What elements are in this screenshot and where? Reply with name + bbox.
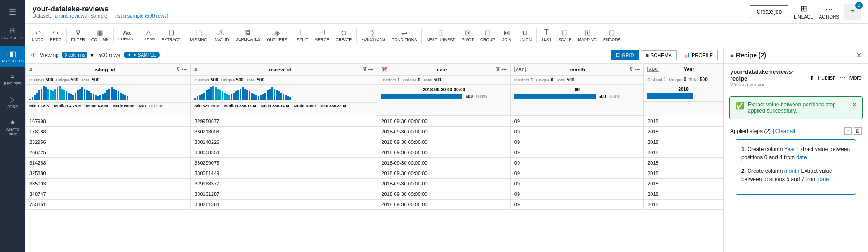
union-button[interactable]: ⊔ UNION [516, 27, 534, 44]
filter-col-icon[interactable]: ⊽ [176, 67, 180, 72]
data-cell[interactable]: 2018-09-30 00:00:00 [377, 179, 510, 189]
conditions-button[interactable]: ⇌ CONDITIONS [389, 27, 420, 44]
histogram-bar[interactable] [32, 97, 33, 100]
histogram-bar[interactable] [124, 95, 126, 100]
histogram-bar[interactable] [276, 90, 278, 100]
histogram-bar[interactable] [97, 96, 99, 100]
data-cell[interactable]: 329968377 [191, 179, 377, 189]
col-menu-review-icon[interactable]: ••• [368, 67, 374, 72]
histogram-bar[interactable] [244, 89, 246, 100]
col-histogram-review-id[interactable] [191, 85, 377, 103]
data-cell[interactable]: 2018-09-30 00:00:00 [377, 127, 510, 137]
histogram-bar[interactable] [285, 95, 287, 100]
histogram-bar[interactable] [52, 91, 54, 100]
encode-button[interactable]: ⊡ ENCODE [600, 27, 623, 44]
histogram-bar[interactable] [283, 94, 284, 100]
data-cell[interactable]: 330081449 [191, 168, 377, 179]
histogram-bar[interactable] [127, 96, 128, 100]
col-histogram-listing-id[interactable] [26, 85, 190, 103]
histogram-bar[interactable] [224, 93, 226, 100]
data-cell[interactable]: 09 [510, 116, 643, 127]
histogram-bar[interactable] [208, 89, 210, 100]
histogram-bar[interactable] [79, 89, 81, 100]
grid-view-button[interactable]: ⊞ GRID [611, 50, 639, 60]
histogram-bar[interactable] [212, 86, 214, 100]
histogram-bar[interactable] [226, 94, 228, 100]
histogram-bar[interactable] [38, 90, 40, 100]
sidebar-item-datasets[interactable]: ⊞ DATASETS [0, 23, 25, 44]
sidebar-item-projects[interactable]: ◧ PROJECTS [0, 46, 25, 67]
hamburger-menu[interactable]: ☰ [0, 4, 25, 21]
duplicates-button[interactable]: ⧉ DUPLICATES [233, 27, 264, 43]
histogram-bar[interactable] [197, 96, 198, 100]
clean-button[interactable]: A̲ CLEAN [139, 28, 158, 43]
histogram-bar[interactable] [61, 89, 63, 100]
histogram-bar[interactable] [118, 91, 119, 100]
missing-button[interactable]: ⬚ MISSING [187, 27, 210, 44]
steps-grid-icon[interactable]: ⊞ [854, 127, 862, 135]
data-cell[interactable]: 330131287 [191, 189, 377, 200]
data-cell[interactable]: 232956 [26, 137, 191, 147]
histogram-bar[interactable] [249, 91, 250, 100]
format-button[interactable]: Aa FORMAT [116, 28, 138, 43]
data-cell[interactable]: 335003 [26, 179, 191, 189]
histogram-bar[interactable] [86, 90, 88, 100]
sidebar-item-recipes[interactable]: ≡ RECIPES [0, 69, 25, 90]
data-cell[interactable]: 09 [510, 168, 643, 179]
column-button[interactable]: ▦ COLUMN [89, 27, 112, 44]
data-cell[interactable]: 314288 [26, 158, 191, 168]
data-cell[interactable]: 266725 [26, 147, 191, 158]
histogram-bar[interactable] [57, 87, 58, 100]
data-cell[interactable]: 2018 [644, 116, 723, 127]
data-cell[interactable]: 330213008 [191, 127, 377, 137]
histogram-bar[interactable] [43, 86, 45, 100]
histogram-bar[interactable] [258, 96, 259, 100]
histogram-bar[interactable] [206, 90, 208, 100]
actions-action[interactable]: ⋯ ACTIONS [819, 4, 839, 19]
histogram-bar[interactable] [228, 95, 230, 100]
histogram-bar[interactable] [72, 95, 74, 100]
histogram-bar[interactable] [271, 87, 273, 100]
data-cell[interactable]: 09 [510, 137, 643, 147]
data-cell[interactable]: 167998 [26, 116, 191, 127]
data-cell[interactable]: 09 [510, 127, 643, 137]
data-table-wrapper[interactable]: # listing_id ⊽ ••• Distinct 500 [25, 63, 723, 252]
histogram-bar[interactable] [269, 89, 271, 100]
histogram-bar[interactable] [264, 93, 266, 100]
histogram-bar[interactable] [262, 94, 264, 100]
filter-col-review-icon[interactable]: ⊽ [363, 67, 367, 72]
nest-unnest-button[interactable]: ⊞ NEST-UNNEST [424, 27, 458, 44]
split-button[interactable]: ⊢ SPLIT [294, 27, 311, 44]
histogram-bar[interactable] [199, 95, 201, 100]
data-cell[interactable]: 329950677 [191, 116, 377, 127]
more-label[interactable]: More [849, 75, 862, 81]
histogram-bar[interactable] [66, 91, 67, 100]
histogram-bar[interactable] [68, 93, 70, 100]
data-cell[interactable]: 330201364 [191, 200, 377, 210]
data-cell[interactable]: 2018 [644, 147, 723, 158]
data-cell[interactable]: 325880 [26, 168, 191, 179]
histogram-bar[interactable] [215, 87, 217, 100]
histogram-bar[interactable] [29, 99, 31, 100]
publish-label[interactable]: Publish [818, 75, 835, 81]
panel-close-button[interactable]: ✕ [856, 52, 862, 59]
data-cell[interactable]: 2018 [644, 137, 723, 147]
data-cell[interactable]: 330299075 [191, 158, 377, 168]
filter-col-date-icon[interactable]: ⊽ [496, 67, 500, 72]
pivot-button[interactable]: ⊠ PIVOT [459, 27, 476, 44]
steps-list-icon[interactable]: ≡ [844, 127, 852, 135]
histogram-bar[interactable] [104, 93, 106, 100]
filter-col-month-icon[interactable]: ⊽ [629, 67, 633, 72]
data-cell[interactable]: 09 [510, 200, 643, 210]
extract-button[interactable]: ⊡ EXTRACT [159, 27, 183, 44]
sidebar-item-whats-new[interactable]: ★ WHAT'S NEW [0, 114, 25, 139]
histogram-bar[interactable] [235, 91, 237, 100]
data-cell[interactable]: 753851 [26, 200, 191, 210]
undo-button[interactable]: ↩ UNDO [29, 27, 47, 44]
histogram-bar[interactable] [115, 90, 117, 100]
histogram-bar[interactable] [240, 89, 241, 100]
histogram-bar[interactable] [81, 87, 83, 100]
histogram-bar[interactable] [251, 93, 253, 100]
histogram-bar[interactable] [99, 95, 101, 100]
histogram-bar[interactable] [59, 86, 61, 100]
